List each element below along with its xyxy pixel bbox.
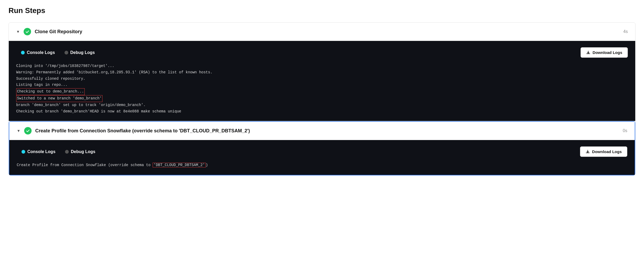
- step-clone-git-log-panel: Console Logs Debug Logs Download Logs Cl…: [9, 41, 635, 121]
- step-create-profile-title: Create Profile from Connection Snowflake…: [35, 128, 250, 134]
- download-logs-label-2: Download Logs: [592, 149, 622, 154]
- step-create-profile-duration: 0s: [623, 128, 627, 133]
- log-line-highlighted-1: Checking out to demo_branch...: [16, 88, 85, 95]
- step-create-profile-wrapper: ▼ Create Profile from Connection Snowfla…: [9, 121, 635, 175]
- tab-debug-logs-1[interactable]: Debug Logs: [60, 49, 100, 57]
- console-logs-label-1: Console Logs: [27, 50, 55, 55]
- chevron-down-icon-2: ▼: [17, 129, 20, 133]
- log-line: Listing tags in repo...: [16, 83, 67, 87]
- debug-logs-dot-1: [65, 51, 68, 54]
- step-create-profile-header-inner: ▼ Create Profile from Connection Snowfla…: [17, 127, 623, 134]
- step-create-profile-log-toolbar: Console Logs Debug Logs Download Logs: [17, 146, 627, 157]
- log-line: Checking out branch 'demo_branch'HEAD is…: [16, 109, 181, 113]
- console-logs-dot-2: [22, 150, 25, 154]
- step-clone-git-header[interactable]: ▼ Clone Git Repository 4s: [9, 23, 635, 41]
- tab-console-logs-2[interactable]: Console Logs: [17, 148, 60, 156]
- success-icon: [24, 28, 31, 35]
- success-icon-2: [24, 127, 32, 134]
- step-create-profile-log-content: Create Profile from Connection Snowflake…: [17, 162, 627, 169]
- step-clone-git-title: Clone Git Repository: [35, 29, 82, 35]
- page-title: Run Steps: [8, 6, 636, 15]
- log-line-suffix: ): [206, 163, 208, 167]
- step-clone-git-log-content: Cloning into '/tmp/jobs/103827987/target…: [16, 63, 628, 115]
- log-line-highlighted-2: Switched to a new branch 'demo_branch': [16, 95, 102, 102]
- debug-logs-label-1: Debug Logs: [70, 50, 95, 55]
- console-logs-label-2: Console Logs: [27, 149, 55, 154]
- log-line-prefix: Create Profile from Connection Snowflake…: [17, 163, 153, 167]
- debug-logs-dot-2: [65, 150, 69, 154]
- download-logs-button-1[interactable]: Download Logs: [581, 47, 628, 58]
- step-clone-git-header-inner: ▼ Clone Git Repository: [16, 28, 623, 35]
- step-create-profile-log-panel: Console Logs Debug Logs Download Logs Cr…: [9, 140, 635, 175]
- chevron-down-icon: ▼: [16, 30, 20, 34]
- log-line: Successfully cloned repository.: [16, 77, 85, 81]
- log-line: Warning: Permanently added 'bitbucket.or…: [16, 70, 212, 74]
- log-line: branch 'demo_branch' set up to track 'or…: [16, 103, 145, 107]
- tab-console-logs-1[interactable]: Console Logs: [16, 49, 60, 57]
- tab-debug-logs-2[interactable]: Debug Logs: [60, 148, 100, 156]
- download-logs-button-2[interactable]: Download Logs: [580, 146, 627, 157]
- step-create-profile-header[interactable]: ▼ Create Profile from Connection Snowfla…: [9, 122, 635, 140]
- download-icon-2: [586, 150, 590, 154]
- log-line: Cloning into '/tmp/jobs/103827987/target…: [16, 64, 114, 68]
- step-clone-git-duration: 4s: [623, 29, 628, 34]
- step-clone-git: ▼ Clone Git Repository 4s Console Logs: [9, 23, 635, 121]
- console-logs-dot-1: [21, 51, 25, 54]
- log-line-inline-highlight: 'DBT_CLOUD_PR_DBTSAM_2': [153, 163, 205, 167]
- run-steps-container: ▼ Clone Git Repository 4s Console Logs: [8, 22, 636, 176]
- download-logs-label-1: Download Logs: [593, 50, 622, 55]
- download-icon-1: [586, 50, 590, 55]
- step-clone-git-log-toolbar: Console Logs Debug Logs Download Logs: [16, 47, 628, 58]
- debug-logs-label-2: Debug Logs: [71, 149, 95, 154]
